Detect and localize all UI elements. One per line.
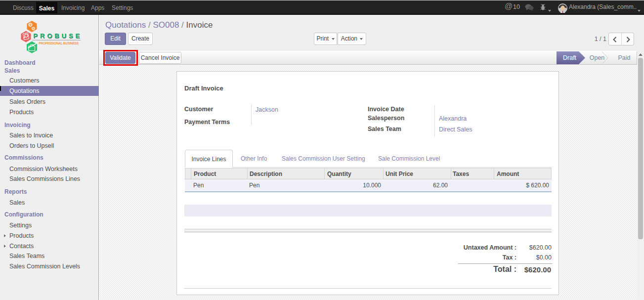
svg-text:PROBUSE: PROBUSE [33, 32, 82, 40]
svg-text:PROFESSIONAL BUSINESS: PROFESSIONAL BUSINESS [39, 42, 79, 45]
